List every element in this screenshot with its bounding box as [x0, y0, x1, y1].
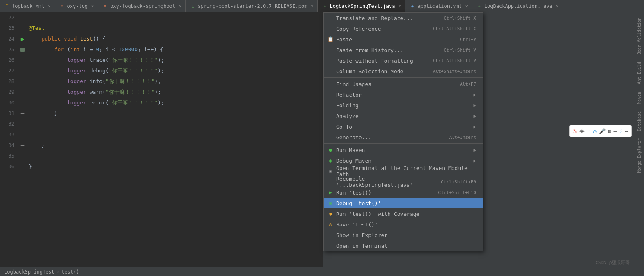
ime-icon-rocket[interactable]: ⚡: [619, 128, 622, 134]
debug-maven-icon: ◉: [327, 158, 334, 163]
line-number: 24: [0, 34, 18, 44]
tab-close[interactable]: ✕: [465, 4, 468, 8]
menu-item-debug-test[interactable]: ◉ Debug 'test()': [324, 198, 483, 208]
menu-item-open-terminal-maven[interactable]: ▣ Open Terminal at the Current Maven Mod…: [324, 166, 483, 176]
menu-label: Debug Maven: [336, 158, 473, 164]
run-icon: ▶: [327, 190, 334, 195]
line-content: logger.info("你干嘛！！！！！");: [27, 76, 161, 87]
line-content: logger.trace("你干嘛！！！！！");: [27, 55, 164, 66]
tab-label: oxy-log: [67, 3, 88, 9]
menu-shortcut: Alt+Shift+Insert: [433, 69, 476, 74]
line-content: }: [27, 108, 57, 119]
tab-logback-xml[interactable]: 🗒 logback.xml ✕: [0, 0, 55, 12]
csdn-text: CSDN @甜瓜哥哥: [595, 260, 630, 265]
line-gutter: −: [18, 110, 27, 117]
menu-item-save-test[interactable]: ◎ Save 'test()': [324, 219, 483, 230]
run-maven-icon: ●: [327, 147, 334, 153]
menu-item-goto[interactable]: Go To ▶: [324, 121, 483, 132]
menu-item-run-coverage[interactable]: ◑ Run 'test()' with Coverage: [324, 208, 483, 219]
menu-item-paste-no-format[interactable]: Paste without Formatting Ctrl+Alt+Shift+…: [324, 55, 483, 66]
run-gutter-icon[interactable]: ▶: [21, 34, 24, 44]
menu-item-find-usages[interactable]: Find Usages Alt+F7: [324, 79, 483, 89]
menu-label: Recompile '...backSpringTest.java': [336, 176, 433, 188]
tab-logback-application[interactable]: ☕ LogBackApplication.java ✕: [472, 0, 563, 12]
debug-icon: ◉: [327, 200, 334, 206]
ime-icon-dash[interactable]: —: [614, 128, 617, 134]
tab-close[interactable]: ✕: [556, 4, 558, 8]
menu-label: Run Maven: [336, 147, 473, 153]
menu-label: Refactor: [336, 92, 473, 98]
code-line-34: 34 − }: [0, 140, 323, 151]
menu-item-paste[interactable]: 📋 Paste Ctrl+V: [324, 34, 483, 45]
ime-icon-1[interactable]: ◎: [593, 128, 597, 134]
tab-close[interactable]: ✕: [91, 4, 94, 8]
yaml-icon: ◈: [409, 3, 415, 9]
sidebar-label-ant-build[interactable]: Ant Build: [637, 59, 642, 87]
menu-item-run-maven[interactable]: ● Run Maven ▶: [324, 145, 483, 155]
tab-close[interactable]: ✕: [311, 4, 313, 8]
ime-icon-mic[interactable]: 🎤: [599, 128, 606, 134]
menu-item-translate-replace[interactable]: Translate and Replace... Ctrl+Shift+X: [324, 13, 483, 23]
sidebar-label-maven[interactable]: Maven: [637, 88, 642, 107]
menu-item-column-selection[interactable]: Column Selection Mode Alt+Shift+Insert: [324, 66, 483, 77]
menu-item-paste-history[interactable]: Paste from History... Ctrl+Shift+V: [324, 45, 483, 55]
tab-label: oxy-logback-springboot: [110, 3, 175, 9]
sidebar-label-database[interactable]: Database: [637, 108, 642, 134]
code-line-30: 30 logger.error("你干嘛！！！！！");: [0, 97, 323, 108]
menu-label: Translate and Replace...: [336, 15, 436, 21]
ime-icon-more[interactable]: ⋯: [625, 128, 628, 134]
menu-item-folding[interactable]: Folding ▶: [324, 100, 483, 111]
xml-icon: 🗒: [4, 3, 10, 9]
menu-item-debug-maven[interactable]: ◉ Debug Maven ▶: [324, 155, 483, 166]
submenu-arrow-icon: ▶: [473, 147, 476, 153]
menu-item-recompile[interactable]: Recompile '...backSpringTest.java' Ctrl+…: [324, 176, 483, 187]
menu-shortcut: Alt+Insert: [449, 135, 476, 140]
java-icon: ☕: [322, 3, 328, 9]
right-panel: Translate and Replace... Ctrl+Shift+X Co…: [323, 12, 644, 276]
code-line-28: 28 logger.info("你干嘛！！！！！");: [0, 76, 323, 87]
tab-label: LogbackSpringTest.java: [330, 3, 395, 9]
menu-label: Paste from History...: [336, 47, 436, 53]
menu-label: Paste without Formatting: [336, 58, 425, 64]
ime-mode[interactable]: 英: [579, 127, 585, 135]
tab-close[interactable]: ✕: [48, 4, 50, 8]
menu-shortcut: Ctrl+Alt+Shift+V: [433, 58, 476, 63]
tab-close[interactable]: ✕: [398, 4, 401, 8]
m-icon: m: [59, 3, 65, 9]
line-content: logger.error("你干嘛！！！！！");: [27, 97, 164, 108]
menu-item-refactor[interactable]: Refactor ▶: [324, 89, 483, 100]
tab-oxy-log[interactable]: m oxy-log ✕: [55, 0, 99, 12]
menu-item-open-terminal[interactable]: Open in Terminal: [324, 240, 483, 251]
menu-item-show-explorer[interactable]: Show in Explorer: [324, 230, 483, 240]
sidebar-label-bean-validation[interactable]: Bean Validation: [637, 14, 642, 58]
tab-label: application.yml: [417, 3, 461, 9]
menu-item-copy-reference[interactable]: Copy Reference Ctrl+Alt+Shift+C: [324, 23, 483, 34]
tab-spring-boot-starter[interactable]: ◫ spring-boot-starter-2.0.7.RELEASE.pom …: [186, 0, 318, 12]
menu-item-generate[interactable]: Generate... Alt+Insert: [324, 132, 483, 143]
tab-logback-spring-test[interactable]: ☕ LogbackSpringTest.java ✕: [318, 0, 405, 12]
sidebar-label-mongo-explorer[interactable]: Mongo Explorer: [637, 135, 642, 176]
tab-oxy-logback-springboot[interactable]: m oxy-logback-springboot ✕: [98, 0, 186, 12]
menu-separator: [324, 77, 483, 78]
code-line-29: 29 logger.warn("你干嘛！！！！！");: [0, 87, 323, 97]
tab-bar: 🗒 logback.xml ✕ m oxy-log ✕ m oxy-logbac…: [0, 0, 644, 12]
menu-item-run-test[interactable]: ▶ Run 'test()' Ctrl+Shift+F10: [324, 187, 483, 198]
breadcrumb-class[interactable]: LogbackSpringTest: [4, 269, 54, 275]
menu-separator: [324, 143, 483, 144]
code-editor[interactable]: 22 23 @Test 24 ▶ public void test() { 25…: [0, 12, 323, 276]
menu-label: Debug 'test()': [336, 200, 476, 206]
editor-area: 22 23 @Test 24 ▶ public void test() { 25…: [0, 12, 644, 276]
menu-shortcut: Ctrl+V: [460, 37, 476, 42]
tab-close[interactable]: ✕: [179, 4, 181, 8]
menu-shortcut: Ctrl+Alt+Shift+C: [433, 26, 476, 32]
ime-icon-grid[interactable]: ▦: [608, 128, 611, 134]
breadcrumb-method[interactable]: test(): [61, 269, 79, 275]
terminal-icon: ▣: [327, 168, 334, 174]
tab-label: LogBackApplication.java: [484, 3, 552, 9]
tab-application-yml[interactable]: ◈ application.yml ✕: [405, 0, 472, 12]
line-number: 22: [0, 12, 18, 23]
menu-item-analyze[interactable]: Analyze ▶: [324, 111, 483, 121]
menu-label: Generate...: [336, 134, 441, 140]
line-number: 34: [0, 140, 18, 151]
line-content: @Test: [27, 23, 45, 34]
